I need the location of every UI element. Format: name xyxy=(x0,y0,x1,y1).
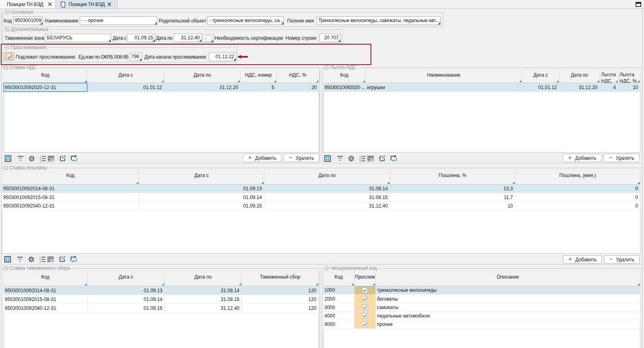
svg-text:3: 3 xyxy=(39,261,41,263)
svg-text:3: 3 xyxy=(40,160,41,162)
svg-text:3: 3 xyxy=(359,160,361,162)
